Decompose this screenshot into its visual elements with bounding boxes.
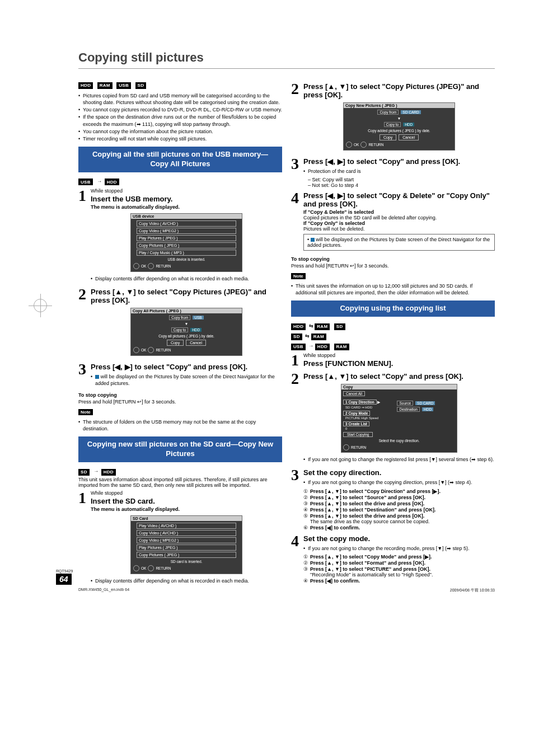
boxed-note: • will be displayed on the Pictures by D… [303,234,495,251]
copy-to-value: HDD [190,328,202,332]
menu-item: Play Pictures ( JPEG ) [137,544,236,551]
step-number: 4 [291,533,299,584]
chip-usb: USB [291,344,306,350]
copy-mode-label: Copy Mode [348,411,368,415]
step-prenote: If you are not going to change the copyi… [303,479,495,486]
stop-copying-body: Press and hold [RETURN ↩] for 3 seconds. [291,263,495,269]
step-after-note: Display contents differ depending on wha… [91,275,282,282]
return-label: RETURN [368,143,383,147]
bidir-arrow-icon: ⇆ [304,333,311,339]
step-instruction: Press [▲, ▼] to select "Copy Pictures (J… [91,288,282,304]
boxed-note-text: will be displayed on the Pictures by Dat… [307,237,490,248]
chip-sd: SD [291,334,302,340]
copy-button: Copy [167,340,184,346]
step-number: 1 [291,353,299,369]
circled-number: ④ [303,507,308,513]
step-number: 2 [291,371,299,465]
registration-mark [34,299,47,312]
step-condition-body: Copied pictures in the SD card will be d… [303,215,495,220]
left-column: HDD RAM USB SD Pictures copied from SD c… [78,79,282,586]
cancel-button: Cancel [186,340,206,346]
step-subnote: The menu is automatically displayed. [91,506,282,512]
panel-title: SD Card [131,516,242,521]
copy-from-value: SD CARD [401,110,420,114]
note-tag: Note [78,409,93,415]
create-list-label: Create List [348,422,367,426]
start-copying-button: Start Copying [343,432,373,437]
copy-mode-value: PICTURE High Speed [345,416,380,420]
circled-number: ① [303,554,308,560]
right-column: 2 Press [▲, ▼] to select "Copy Pictures … [291,79,495,586]
step-number: 2 [78,287,86,359]
copy-direction-label: Copy Direction [348,400,374,404]
page-number: 64 [56,574,72,585]
sub-step: Press [◀] to confirm. [310,525,495,530]
circled-number: ④ [303,578,308,584]
step-subnote: The menu is automatically displayed. [91,204,282,210]
doc-id: RQT9429 [56,569,73,573]
panel-hint: Select the copy direction. [343,439,455,443]
cancel-button: Cancel [399,134,419,140]
intro-bullets: Pictures copied from SD card and USB mem… [78,92,282,142]
sub-step: Press [▲, ▼] to select "Destination" and… [310,507,495,513]
arrow-icon: → [307,343,315,349]
chip-sd: SD [78,469,90,476]
step-sub-line: – Set: Copy will start [308,177,495,182]
arrow-icon: → [97,179,102,184]
chip-ram: RAM [334,344,349,350]
step-precondition: While stopped [91,188,282,194]
copy-all-pictures-dialog: Copy All Pictures ( JPEG ) Copy fromUSB … [130,308,242,356]
sub-step: Press [▲, ▼] to select the drive and pre… [310,501,495,506]
chip-hdd: HDD [78,82,93,89]
intro-bullet: You cannot copy pictures recorded to DVD… [78,106,282,113]
step-number: 2 [291,81,299,154]
return-icon [343,444,349,450]
circled-number: ① [303,489,308,494]
return-label: RETURN [156,264,171,268]
step-icon-note: will be displayed on the Pictures by Dat… [91,373,282,387]
step-number: 3 [291,467,299,530]
step-instruction: Set the copy direction. [303,468,495,477]
usb-device-menu: USB device Copy Video ( AVCHD ) Copy Vid… [130,213,242,272]
circled-number: ⑤ [303,513,308,524]
circled-number: ② [303,560,308,566]
intro-bullet: If the space on the destination drive ru… [78,114,282,127]
step-number: 4 [291,190,299,253]
menu-item: Copy Video ( AVCHD ) [137,220,236,227]
chip-hdd: HDD [101,469,116,476]
step-after-note: Display contents differ depending on wha… [91,577,282,584]
step-sub-line: – Not set: Go to step 4 [308,182,495,188]
chip-ram: RAM [315,323,330,330]
ok-icon [346,142,352,148]
panel-hint: USB device is inserted. [133,257,240,261]
sec2-intro: This unit saves information about import… [78,477,282,488]
step-condition: If "Copy Only" is selected [303,220,495,226]
ok-label: OK [354,143,359,147]
create-list-item: 3 Create List [343,421,369,426]
step-prenote: If you are not going to change the recor… [303,545,495,552]
chip-sd: SD [135,82,147,89]
step-number: 1 [78,188,86,284]
circled-number: ③ [303,501,308,506]
stop-copying-heading: To stop copying [78,392,282,398]
circled-number: ③ [303,566,308,577]
flow-sd-to-hdd: SD → HDD [78,466,282,476]
step-after-note: If you are not going to change the regis… [303,456,495,463]
bidir-arrow-icon: ⇆ [307,323,315,328]
footer-left: DMR-XW450_GL_en.indb 64 [78,588,129,593]
chip-ram: RAM [97,82,113,89]
step-instruction: Insert the SD card. [91,497,282,505]
ok-icon [133,565,139,571]
step-instruction: Press [▲, ▼] to select "Copy Pictures (J… [303,82,495,99]
panel-mid-text: Copy added pictures ( JPEG ) by date. [346,129,452,133]
step-precondition: While stopped [303,353,495,358]
panel-mid-text: Copy all pictures ( JPEG ) by date. [133,334,240,338]
page-title: Copying still pictures [78,50,495,69]
arrow-icon: → [93,468,99,474]
section-copying-list: Copying using the copying list [291,300,495,317]
copy-from-label: Copy from [169,315,190,320]
step-sub: Protection of the card is [303,168,495,175]
sub-step: Press [▲, ▼] to select "PICTURE" and pre… [310,566,495,577]
note-tag: Note [291,273,306,279]
arrow-down-icon: ▼ [346,116,452,120]
